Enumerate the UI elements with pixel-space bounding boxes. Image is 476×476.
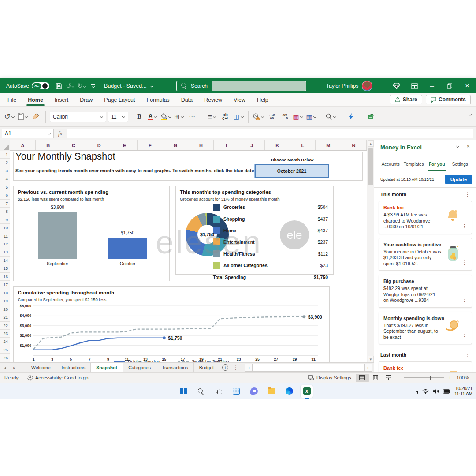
ribbon-tab-help[interactable]: Help xyxy=(251,94,274,106)
panel-tab-accounts[interactable]: Accounts xyxy=(379,157,402,171)
row-header-4[interactable]: 4 xyxy=(0,175,10,183)
ribbon-tab-review[interactable]: Review xyxy=(198,94,228,106)
scroll-up-icon[interactable]: ▲ xyxy=(368,140,374,147)
wifi-icon[interactable] xyxy=(422,389,429,394)
tray-chevron-up-icon[interactable] xyxy=(415,390,419,394)
sheet-tab-categories[interactable]: Categories xyxy=(123,363,156,372)
name-box[interactable]: A1 xyxy=(2,129,54,138)
undo-icon[interactable]: ↺ xyxy=(64,81,76,91)
page-break-view-button[interactable] xyxy=(382,374,395,382)
quick-access-menu-icon[interactable] xyxy=(87,81,99,91)
row-header-17[interactable]: 17 xyxy=(0,281,10,289)
avatar[interactable] xyxy=(362,81,372,91)
column-header-l[interactable]: L xyxy=(290,140,316,150)
conditional-formatting-button[interactable]: ▦ xyxy=(292,110,304,123)
display-settings-button[interactable]: Display Settings xyxy=(303,373,356,383)
ribbon-tab-page-layout[interactable]: Page Layout xyxy=(98,94,141,106)
section-menu-icon[interactable]: ⋮ xyxy=(463,191,472,197)
column-header-k[interactable]: K xyxy=(265,140,290,150)
battery-icon[interactable] xyxy=(443,389,450,394)
close-button[interactable]: × xyxy=(458,78,476,93)
page-layout-view-button[interactable] xyxy=(369,374,382,382)
widgets-icon[interactable] xyxy=(230,385,242,398)
increase-decimal-button[interactable]: .00→.0 xyxy=(279,110,290,123)
column-header-b[interactable]: B xyxy=(36,140,61,150)
sheet-nav-left-icon[interactable]: ◂ xyxy=(0,363,10,372)
formula-input[interactable] xyxy=(67,129,473,138)
row-header-22[interactable]: 22 xyxy=(0,322,10,330)
sensitivity-button[interactable] xyxy=(365,110,376,123)
row-header-24[interactable]: 24 xyxy=(0,338,10,346)
start-button[interactable] xyxy=(177,385,190,398)
row-header-14[interactable]: 14 xyxy=(0,257,10,264)
document-title[interactable]: Budget - Saved... xyxy=(104,83,153,89)
format-as-table-button[interactable]: ▦ xyxy=(305,110,317,123)
taskbar-search-icon[interactable] xyxy=(195,385,207,398)
row-header-23[interactable]: 23 xyxy=(0,330,10,338)
font-name-select[interactable]: Calibri xyxy=(50,112,106,122)
analyze-data-button[interactable] xyxy=(345,110,357,123)
row-header-18[interactable]: 18 xyxy=(0,289,10,297)
sheet-tab-welcome[interactable]: Welcome xyxy=(26,363,56,372)
ribbon-display-options-icon[interactable] xyxy=(405,78,423,93)
panel-chevron-down-icon[interactable] xyxy=(456,145,459,148)
paste-button[interactable] xyxy=(17,110,28,123)
card-menu-icon[interactable]: ⋮ xyxy=(460,333,469,339)
speaker-icon[interactable] xyxy=(433,389,439,394)
borders-button[interactable]: ⊞ xyxy=(173,110,185,123)
fill-color-button[interactable] xyxy=(160,110,171,123)
new-sheet-button[interactable]: + xyxy=(219,363,231,372)
row-header-7[interactable]: 7 xyxy=(0,200,10,208)
card-menu-icon[interactable]: ⋮ xyxy=(460,297,469,303)
month-selector[interactable]: October 2021 xyxy=(255,164,329,178)
decrease-decimal-button[interactable]: ←.0.00 xyxy=(266,110,277,123)
ribbon-tab-file[interactable]: File xyxy=(2,94,22,106)
ribbon-tab-home[interactable]: Home xyxy=(22,94,49,106)
sheet-tab-menu-icon[interactable]: ⋮ xyxy=(231,363,241,372)
taskbar-clock[interactable]: 10/20/21 11:11 AM xyxy=(454,386,472,397)
accessibility-status[interactable]: Accessibility: Good to go xyxy=(23,373,93,383)
zoom-out-button[interactable]: − xyxy=(395,375,402,380)
restore-button[interactable] xyxy=(441,78,458,93)
panel-tab-templates[interactable]: Templates xyxy=(402,157,426,171)
wrap-text-button[interactable]: abc↵ xyxy=(219,110,231,123)
row-header-5[interactable]: 5 xyxy=(0,183,10,191)
row-header-9[interactable]: 9 xyxy=(0,216,10,224)
scroll-down-icon[interactable]: ▼ xyxy=(368,356,374,362)
normal-view-button[interactable] xyxy=(356,374,369,382)
zoom-slider-thumb[interactable] xyxy=(430,376,431,380)
task-view-icon[interactable] xyxy=(212,385,225,398)
merge-center-button[interactable]: ◫ xyxy=(233,110,244,123)
font-size-select[interactable]: 11 xyxy=(108,112,128,122)
sheet-nav-right-icon[interactable]: ▸ xyxy=(10,363,19,372)
row-header-25[interactable]: 25 xyxy=(0,346,10,354)
vertical-scroll-thumb[interactable] xyxy=(368,148,373,185)
ribbon-tab-formulas[interactable]: Formulas xyxy=(141,94,175,106)
ribbon-tab-insert[interactable]: Insert xyxy=(49,94,74,106)
share-button[interactable]: Share xyxy=(390,95,422,104)
ribbon-tab-view[interactable]: View xyxy=(228,94,251,106)
horizontal-scrollbar[interactable]: ◂ ▸ xyxy=(245,364,372,372)
save-icon[interactable] xyxy=(53,81,64,91)
minimize-button[interactable]: ─ xyxy=(423,78,441,93)
panel-tab-settings[interactable]: Settings xyxy=(449,157,472,171)
card-menu-icon[interactable]: ⋮ xyxy=(460,260,469,266)
column-header-n[interactable]: N xyxy=(341,140,367,150)
undo-button[interactable]: ↺ xyxy=(4,110,15,123)
redo-icon[interactable]: ↻ xyxy=(76,81,87,91)
hscroll-right-icon[interactable]: ▸ xyxy=(365,364,372,372)
panel-tab-for-you[interactable]: For you xyxy=(425,157,449,171)
row-header-12[interactable]: 12 xyxy=(0,240,10,248)
column-header-h[interactable]: H xyxy=(188,140,214,150)
zoom-slider[interactable] xyxy=(404,377,444,378)
row-header-20[interactable]: 20 xyxy=(0,305,10,313)
collapse-ribbon-icon[interactable] xyxy=(469,113,472,116)
column-header-i[interactable]: I xyxy=(214,140,239,150)
row-header-6[interactable]: 6 xyxy=(0,191,10,199)
column-header-f[interactable]: F xyxy=(138,140,163,150)
more-formatting-button[interactable]: ⋯ xyxy=(186,110,198,123)
ribbon-tab-draw[interactable]: Draw xyxy=(74,94,98,106)
column-header-d[interactable]: D xyxy=(86,140,112,150)
row-header-15[interactable]: 15 xyxy=(0,264,10,272)
panel-close-icon[interactable]: × xyxy=(466,143,470,149)
